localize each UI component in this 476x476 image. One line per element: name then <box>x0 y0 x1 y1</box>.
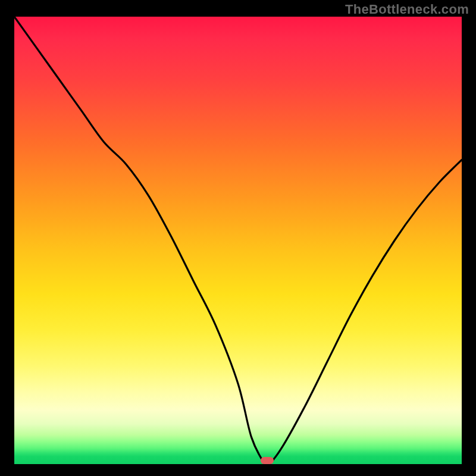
chart-frame: TheBottleneck.com <box>0 0 476 476</box>
bottleneck-curve <box>14 17 462 464</box>
watermark-text: TheBottleneck.com <box>345 2 469 17</box>
optimal-point-marker <box>261 457 274 464</box>
plot-area <box>14 17 462 464</box>
